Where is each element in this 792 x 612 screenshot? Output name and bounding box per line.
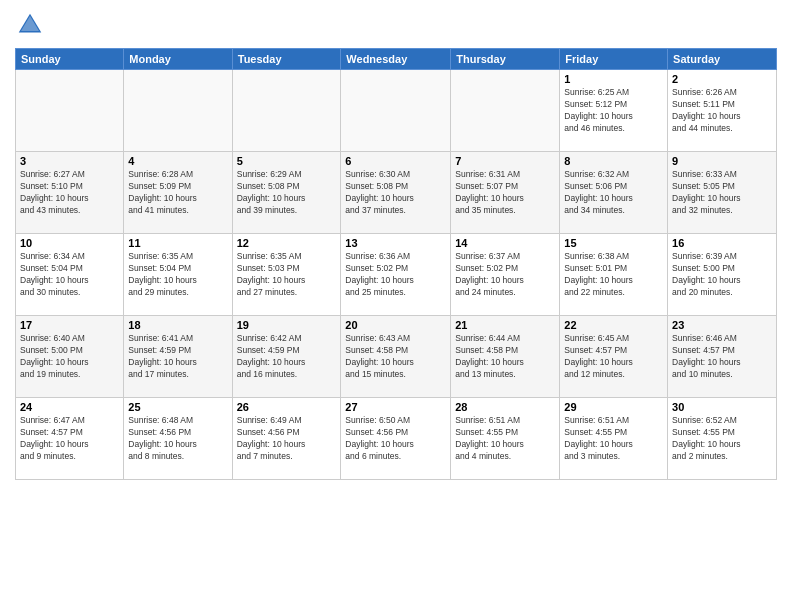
day-info: Sunrise: 6:36 AM Sunset: 5:02 PM Dayligh… — [345, 251, 446, 299]
day-info: Sunrise: 6:47 AM Sunset: 4:57 PM Dayligh… — [20, 415, 119, 463]
day-number: 10 — [20, 237, 119, 249]
day-info: Sunrise: 6:45 AM Sunset: 4:57 PM Dayligh… — [564, 333, 663, 381]
calendar-cell: 22Sunrise: 6:45 AM Sunset: 4:57 PM Dayli… — [560, 316, 668, 398]
day-number: 18 — [128, 319, 227, 331]
calendar-week-row: 1Sunrise: 6:25 AM Sunset: 5:12 PM Daylig… — [16, 70, 777, 152]
day-info: Sunrise: 6:46 AM Sunset: 4:57 PM Dayligh… — [672, 333, 772, 381]
day-number: 4 — [128, 155, 227, 167]
weekday-header-sunday: Sunday — [16, 49, 124, 70]
day-number: 17 — [20, 319, 119, 331]
calendar-cell: 29Sunrise: 6:51 AM Sunset: 4:55 PM Dayli… — [560, 398, 668, 480]
day-info: Sunrise: 6:25 AM Sunset: 5:12 PM Dayligh… — [564, 87, 663, 135]
day-number: 29 — [564, 401, 663, 413]
calendar-week-row: 3Sunrise: 6:27 AM Sunset: 5:10 PM Daylig… — [16, 152, 777, 234]
logo-icon — [15, 10, 45, 40]
day-number: 27 — [345, 401, 446, 413]
calendar-cell: 24Sunrise: 6:47 AM Sunset: 4:57 PM Dayli… — [16, 398, 124, 480]
calendar-cell: 18Sunrise: 6:41 AM Sunset: 4:59 PM Dayli… — [124, 316, 232, 398]
calendar-cell: 30Sunrise: 6:52 AM Sunset: 4:55 PM Dayli… — [668, 398, 777, 480]
day-number: 24 — [20, 401, 119, 413]
day-info: Sunrise: 6:42 AM Sunset: 4:59 PM Dayligh… — [237, 333, 337, 381]
day-info: Sunrise: 6:34 AM Sunset: 5:04 PM Dayligh… — [20, 251, 119, 299]
day-info: Sunrise: 6:44 AM Sunset: 4:58 PM Dayligh… — [455, 333, 555, 381]
day-number: 21 — [455, 319, 555, 331]
day-number: 6 — [345, 155, 446, 167]
day-info: Sunrise: 6:43 AM Sunset: 4:58 PM Dayligh… — [345, 333, 446, 381]
day-info: Sunrise: 6:27 AM Sunset: 5:10 PM Dayligh… — [20, 169, 119, 217]
calendar-cell: 17Sunrise: 6:40 AM Sunset: 5:00 PM Dayli… — [16, 316, 124, 398]
page: SundayMondayTuesdayWednesdayThursdayFrid… — [0, 0, 792, 612]
calendar-cell: 1Sunrise: 6:25 AM Sunset: 5:12 PM Daylig… — [560, 70, 668, 152]
day-info: Sunrise: 6:32 AM Sunset: 5:06 PM Dayligh… — [564, 169, 663, 217]
header — [15, 10, 777, 40]
calendar-cell: 3Sunrise: 6:27 AM Sunset: 5:10 PM Daylig… — [16, 152, 124, 234]
day-number: 30 — [672, 401, 772, 413]
calendar-cell: 5Sunrise: 6:29 AM Sunset: 5:08 PM Daylig… — [232, 152, 341, 234]
weekday-header-thursday: Thursday — [451, 49, 560, 70]
calendar-cell: 11Sunrise: 6:35 AM Sunset: 5:04 PM Dayli… — [124, 234, 232, 316]
day-info: Sunrise: 6:39 AM Sunset: 5:00 PM Dayligh… — [672, 251, 772, 299]
day-info: Sunrise: 6:40 AM Sunset: 5:00 PM Dayligh… — [20, 333, 119, 381]
calendar-cell: 25Sunrise: 6:48 AM Sunset: 4:56 PM Dayli… — [124, 398, 232, 480]
calendar-cell: 28Sunrise: 6:51 AM Sunset: 4:55 PM Dayli… — [451, 398, 560, 480]
calendar-cell: 6Sunrise: 6:30 AM Sunset: 5:08 PM Daylig… — [341, 152, 451, 234]
day-number: 22 — [564, 319, 663, 331]
day-number: 2 — [672, 73, 772, 85]
calendar-cell: 15Sunrise: 6:38 AM Sunset: 5:01 PM Dayli… — [560, 234, 668, 316]
weekday-header-row: SundayMondayTuesdayWednesdayThursdayFrid… — [16, 49, 777, 70]
calendar-cell: 10Sunrise: 6:34 AM Sunset: 5:04 PM Dayli… — [16, 234, 124, 316]
calendar-cell — [124, 70, 232, 152]
weekday-header-friday: Friday — [560, 49, 668, 70]
day-info: Sunrise: 6:49 AM Sunset: 4:56 PM Dayligh… — [237, 415, 337, 463]
day-info: Sunrise: 6:48 AM Sunset: 4:56 PM Dayligh… — [128, 415, 227, 463]
day-info: Sunrise: 6:28 AM Sunset: 5:09 PM Dayligh… — [128, 169, 227, 217]
day-info: Sunrise: 6:35 AM Sunset: 5:03 PM Dayligh… — [237, 251, 337, 299]
calendar-week-row: 24Sunrise: 6:47 AM Sunset: 4:57 PM Dayli… — [16, 398, 777, 480]
day-number: 11 — [128, 237, 227, 249]
svg-marker-1 — [21, 16, 39, 31]
day-info: Sunrise: 6:35 AM Sunset: 5:04 PM Dayligh… — [128, 251, 227, 299]
calendar-cell: 14Sunrise: 6:37 AM Sunset: 5:02 PM Dayli… — [451, 234, 560, 316]
calendar-week-row: 17Sunrise: 6:40 AM Sunset: 5:00 PM Dayli… — [16, 316, 777, 398]
calendar-cell: 2Sunrise: 6:26 AM Sunset: 5:11 PM Daylig… — [668, 70, 777, 152]
day-number: 20 — [345, 319, 446, 331]
day-number: 23 — [672, 319, 772, 331]
day-number: 3 — [20, 155, 119, 167]
day-number: 8 — [564, 155, 663, 167]
weekday-header-monday: Monday — [124, 49, 232, 70]
calendar-cell — [451, 70, 560, 152]
calendar-cell: 12Sunrise: 6:35 AM Sunset: 5:03 PM Dayli… — [232, 234, 341, 316]
day-number: 9 — [672, 155, 772, 167]
calendar-cell: 26Sunrise: 6:49 AM Sunset: 4:56 PM Dayli… — [232, 398, 341, 480]
day-number: 5 — [237, 155, 337, 167]
day-info: Sunrise: 6:41 AM Sunset: 4:59 PM Dayligh… — [128, 333, 227, 381]
calendar-cell: 27Sunrise: 6:50 AM Sunset: 4:56 PM Dayli… — [341, 398, 451, 480]
day-info: Sunrise: 6:52 AM Sunset: 4:55 PM Dayligh… — [672, 415, 772, 463]
day-info: Sunrise: 6:51 AM Sunset: 4:55 PM Dayligh… — [455, 415, 555, 463]
weekday-header-saturday: Saturday — [668, 49, 777, 70]
day-info: Sunrise: 6:38 AM Sunset: 5:01 PM Dayligh… — [564, 251, 663, 299]
day-info: Sunrise: 6:33 AM Sunset: 5:05 PM Dayligh… — [672, 169, 772, 217]
day-number: 14 — [455, 237, 555, 249]
calendar-cell: 19Sunrise: 6:42 AM Sunset: 4:59 PM Dayli… — [232, 316, 341, 398]
day-info: Sunrise: 6:29 AM Sunset: 5:08 PM Dayligh… — [237, 169, 337, 217]
calendar-cell — [341, 70, 451, 152]
day-number: 28 — [455, 401, 555, 413]
calendar-cell — [16, 70, 124, 152]
day-number: 15 — [564, 237, 663, 249]
day-info: Sunrise: 6:51 AM Sunset: 4:55 PM Dayligh… — [564, 415, 663, 463]
calendar-cell: 13Sunrise: 6:36 AM Sunset: 5:02 PM Dayli… — [341, 234, 451, 316]
weekday-header-tuesday: Tuesday — [232, 49, 341, 70]
day-number: 19 — [237, 319, 337, 331]
calendar-cell: 8Sunrise: 6:32 AM Sunset: 5:06 PM Daylig… — [560, 152, 668, 234]
calendar-cell: 4Sunrise: 6:28 AM Sunset: 5:09 PM Daylig… — [124, 152, 232, 234]
day-number: 13 — [345, 237, 446, 249]
calendar-week-row: 10Sunrise: 6:34 AM Sunset: 5:04 PM Dayli… — [16, 234, 777, 316]
calendar-cell — [232, 70, 341, 152]
day-number: 7 — [455, 155, 555, 167]
day-info: Sunrise: 6:31 AM Sunset: 5:07 PM Dayligh… — [455, 169, 555, 217]
day-number: 16 — [672, 237, 772, 249]
day-number: 26 — [237, 401, 337, 413]
calendar-cell: 23Sunrise: 6:46 AM Sunset: 4:57 PM Dayli… — [668, 316, 777, 398]
day-number: 25 — [128, 401, 227, 413]
